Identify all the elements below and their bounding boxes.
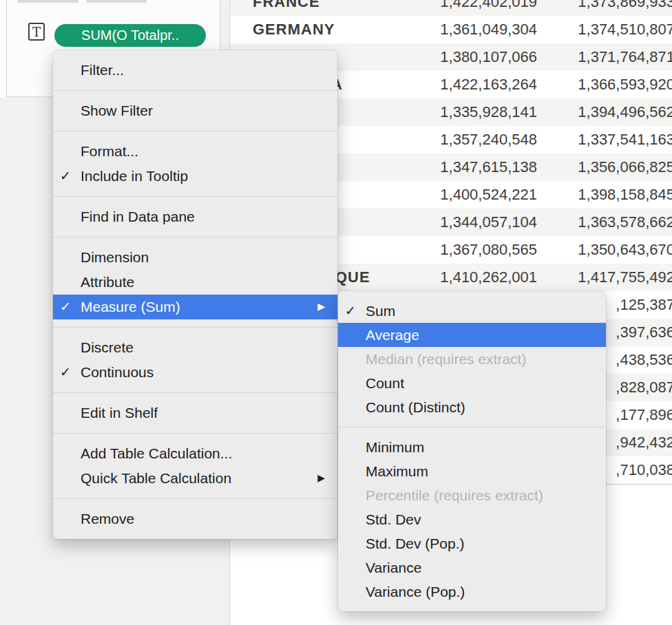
- submenu-item-label: Std. Dev: [366, 511, 421, 527]
- submenu-item-variance-pop[interactable]: Variance (Pop.): [338, 580, 606, 604]
- submenu-item-label: Count: [366, 375, 404, 391]
- value-cell-col2: 1,374,510,807: [230, 16, 672, 43]
- context-menu-item-measure-sum[interactable]: ✓Measure (Sum)▶: [53, 295, 337, 319]
- context-menu-item-label: Discrete: [81, 339, 134, 355]
- context-menu-item-discrete[interactable]: Discrete: [53, 335, 337, 360]
- context-menu-item-label: Edit in Shelf: [81, 405, 158, 421]
- submenu-item-maximum[interactable]: Maximum: [338, 459, 606, 483]
- submenu-item-std-dev[interactable]: Std. Dev: [338, 507, 606, 531]
- checkmark-icon: ✓: [60, 360, 71, 385]
- context-menu-item-label: Dimension: [81, 249, 149, 265]
- context-menu-item-label: Measure (Sum): [81, 299, 180, 315]
- context-menu-item-show-filter[interactable]: Show Filter: [53, 98, 337, 123]
- context-menu-item-continuous[interactable]: ✓Continuous: [53, 360, 337, 385]
- measure-pill[interactable]: SUM(O Totalpr..: [54, 24, 206, 47]
- submenu-item-label: Average: [366, 327, 419, 343]
- context-menu-item-find-in-data-pane[interactable]: Find in Data pane: [53, 204, 337, 229]
- submenu-item-variance[interactable]: Variance: [338, 555, 606, 580]
- context-menu-item-label: Quick Table Calculation: [81, 470, 231, 486]
- context-menu-item-dimension[interactable]: Dimension: [53, 245, 337, 270]
- context-menu-item-filter[interactable]: Filter...: [53, 58, 337, 83]
- context-menu-group: Show Filter: [53, 91, 337, 131]
- submenu-item-label: Variance (Pop.): [366, 584, 465, 600]
- submenu-arrow-icon: ▶: [317, 294, 325, 319]
- context-menu-group: Find in Data pane: [53, 197, 337, 237]
- context-menu-item-remove[interactable]: Remove: [53, 507, 337, 531]
- pill-context-menu: Filter...Show FilterFormat...✓Include in…: [53, 50, 337, 539]
- submenu-group: MinimumMaximumPercentile (requires extra…: [338, 427, 606, 611]
- context-menu-item-attribute[interactable]: Attribute: [53, 270, 337, 295]
- submenu-group: ✓SumAverageMedian (requires extract)Coun…: [338, 291, 606, 427]
- submenu-item-count-distinct[interactable]: Count (Distinct): [338, 395, 606, 419]
- submenu-item-label: Median (requires extract): [366, 351, 526, 367]
- submenu-item-label: Percentile (requires extract): [366, 487, 543, 503]
- measure-aggregation-submenu: ✓SumAverageMedian (requires extract)Coun…: [338, 291, 606, 611]
- checkmark-icon: ✓: [60, 164, 71, 189]
- context-menu-group: Remove: [53, 499, 337, 539]
- checkmark-icon: ✓: [60, 295, 71, 319]
- submenu-item-median-requires-extract: Median (requires extract): [338, 347, 606, 371]
- context-menu-item-include-in-tooltip[interactable]: ✓Include in Tooltip: [53, 164, 337, 189]
- table-row[interactable]: GERMANY1,361,049,3041,374,510,807: [230, 16, 672, 43]
- submenu-item-count[interactable]: Count: [338, 371, 606, 395]
- context-menu-item-quick-table-calculation[interactable]: Quick Table Calculation▶: [53, 466, 337, 491]
- submenu-item-label: Sum: [366, 303, 395, 319]
- context-menu-item-label: Filter...: [81, 62, 124, 78]
- context-menu-item-label: Show Filter: [81, 103, 153, 118]
- table-row[interactable]: FRANCE1,422,402,0191,373,869,933: [230, 0, 672, 16]
- context-menu-item-format[interactable]: Format...: [53, 139, 337, 164]
- submenu-item-minimum[interactable]: Minimum: [338, 435, 606, 459]
- context-menu-group: Edit in Shelf: [53, 393, 337, 433]
- context-menu-item-label: Attribute: [81, 274, 134, 290]
- context-menu-group: Discrete✓Continuous: [53, 328, 337, 392]
- context-menu-item-label: Continuous: [81, 364, 154, 380]
- context-menu-item-label: Include in Tooltip: [81, 168, 188, 184]
- left-edge-strip: [0, 0, 6, 97]
- submenu-item-label: Std. Dev (Pop.): [366, 536, 465, 551]
- context-menu-item-label: Find in Data pane: [81, 209, 195, 224]
- submenu-item-label: Count (Distinct): [366, 399, 465, 415]
- marks-button-partial-1[interactable]: [18, 0, 78, 3]
- submenu-item-label: Minimum: [366, 439, 424, 455]
- submenu-item-label: Variance: [366, 560, 421, 575]
- submenu-item-sum[interactable]: ✓Sum: [338, 299, 606, 323]
- submenu-item-percentile-requires-extract: Percentile (requires extract): [338, 483, 606, 507]
- submenu-item-label: Maximum: [366, 463, 428, 479]
- submenu-arrow-icon: ▶: [317, 465, 325, 490]
- submenu-item-std-dev-pop[interactable]: Std. Dev (Pop.): [338, 531, 606, 555]
- context-menu-group: Add Table Calculation...Quick Table Calc…: [53, 434, 337, 498]
- context-menu-group: DimensionAttribute✓Measure (Sum)▶: [53, 237, 337, 327]
- context-menu-item-label: Format...: [81, 143, 138, 159]
- context-menu-group: Format...✓Include in Tooltip: [53, 131, 337, 196]
- value-cell-col2: 1,373,869,933: [230, 0, 672, 16]
- submenu-item-average[interactable]: Average: [338, 323, 606, 347]
- context-menu-item-label: Remove: [81, 511, 134, 527]
- marks-button-partial-2[interactable]: [87, 0, 147, 3]
- context-menu-item-edit-in-shelf[interactable]: Edit in Shelf: [53, 401, 337, 425]
- context-menu-item-add-table-calculation[interactable]: Add Table Calculation...: [53, 441, 337, 466]
- context-menu-item-label: Add Table Calculation...: [81, 445, 232, 461]
- text-mark-icon[interactable]: T: [28, 23, 45, 41]
- context-menu-group: Filter...: [53, 50, 337, 90]
- checkmark-icon: ✓: [345, 299, 356, 323]
